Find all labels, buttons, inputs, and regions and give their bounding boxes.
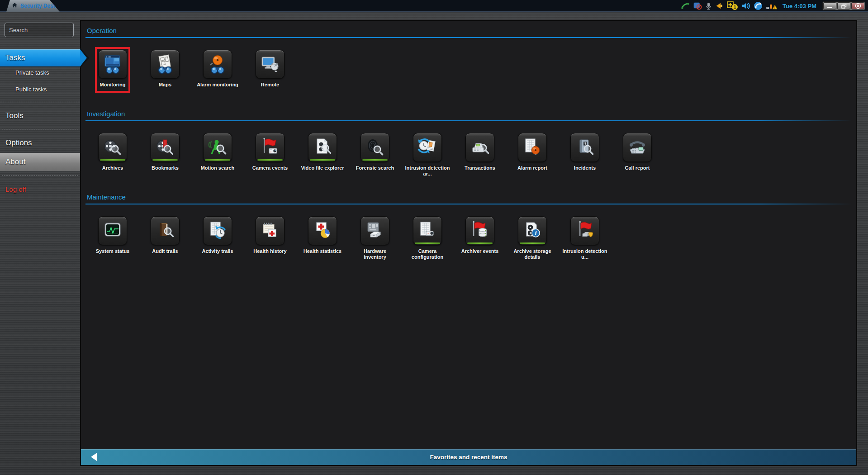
minimize-button[interactable] <box>823 2 836 10</box>
task-intrusion-detection-ar[interactable]: Intrusion detection ar... <box>401 132 454 178</box>
svg-text:i: i <box>535 230 537 237</box>
task-label: Alarm report <box>510 165 555 177</box>
task-hardware-inventory[interactable]: Hardware inventory <box>349 215 401 261</box>
task-motion-search[interactable]: Motion search <box>191 132 244 178</box>
camera-configuration-icon <box>413 216 442 245</box>
volume-icon[interactable] <box>741 2 750 10</box>
archiver-events-icon <box>465 216 494 245</box>
incidents-icon <box>570 133 599 162</box>
task-forensic-search[interactable]: Forensic search <box>349 132 401 178</box>
task-health-history[interactable]: Health history <box>244 215 296 261</box>
microphone-icon[interactable] <box>705 2 712 10</box>
motion-search-icon <box>203 133 232 162</box>
system-tray: 1 ! Tue 4:03 PM <box>681 0 865 12</box>
task-label: Hardware inventory <box>352 248 398 260</box>
video-file-explorer-icon <box>308 133 337 162</box>
security-desk-window: Security Desk 1 <box>0 0 868 475</box>
task-call-report[interactable]: Call report <box>611 132 664 178</box>
task-label: Transactions <box>457 165 503 177</box>
favorites-bar[interactable]: Favorites and recent items <box>81 449 856 465</box>
task-label: Video file explorer <box>300 165 345 177</box>
section-title: Investigation <box>85 110 852 118</box>
forensic-search-icon <box>360 133 389 162</box>
task-label: Health statistics <box>300 248 345 260</box>
task-video-file-explorer[interactable]: Video file explorer <box>296 132 349 178</box>
session-blocked-icon[interactable] <box>693 2 702 10</box>
favorites-bar-label: Favorites and recent items <box>81 449 856 465</box>
task-label: Remote <box>247 82 293 94</box>
task-label: System status <box>90 248 135 260</box>
section-operation: OperationMonitoringMapsAlarm monitoringR… <box>81 21 856 95</box>
activity-trails-icon <box>203 216 232 245</box>
task-remote[interactable]: Remote <box>244 49 296 95</box>
security-desk-tab[interactable]: Security Desk <box>4 0 60 12</box>
task-label: Monitoring <box>90 82 135 94</box>
task-monitoring[interactable]: Monitoring <box>86 49 139 95</box>
task-incidents[interactable]: Incidents <box>559 132 611 178</box>
alarm-report-icon <box>518 133 547 162</box>
sidebar-divider <box>2 176 78 176</box>
alarm-add-icon[interactable]: 1 <box>727 1 738 10</box>
task-camera-configuration[interactable]: Camera configuration <box>401 215 454 261</box>
task-health-statistics[interactable]: Health statistics <box>296 215 349 261</box>
sidebar-item-private-tasks[interactable]: Private tasks <box>0 69 80 76</box>
call-report-icon <box>623 133 652 162</box>
task-activity-trails[interactable]: Activity trails <box>191 215 244 261</box>
task-row: ArchivesBookmarksMotion searchCamera eve… <box>85 121 852 178</box>
task-intrusion-detection-u[interactable]: Intrusion detection u... <box>559 215 611 261</box>
task-label: Alarm monitoring <box>195 82 240 94</box>
network-status-warning-icon[interactable]: ! <box>766 1 778 10</box>
section-title: Maintenance <box>85 193 852 201</box>
section-investigation: InvestigationArchivesBookmarksMotion sea… <box>81 104 856 178</box>
phone-handset-icon[interactable] <box>681 2 690 10</box>
task-label: Activity trails <box>195 248 240 260</box>
horn-icon[interactable] <box>715 2 724 10</box>
app-tab-label: Security Desk <box>20 3 56 9</box>
monitoring-icon <box>98 50 127 79</box>
task-label: Archive storage details <box>510 248 555 260</box>
sidebar-item-tools[interactable]: Tools <box>0 111 80 120</box>
task-label: Incidents <box>562 165 607 177</box>
sidebar-item-tasks[interactable]: Tasks <box>0 49 80 66</box>
alarm-monitoring-icon <box>203 50 232 79</box>
archive-storage-details-icon: i <box>518 216 547 245</box>
audit-trails-icon <box>151 216 180 245</box>
task-bookmarks[interactable]: Bookmarks <box>139 132 191 178</box>
search-input[interactable] <box>5 23 74 37</box>
alarm-badge-count: 1 <box>734 5 736 10</box>
section-title: Operation <box>85 27 852 34</box>
globe-icon[interactable] <box>754 1 763 10</box>
maps-icon <box>151 50 180 79</box>
intrusion-detection-report-icon <box>413 133 442 162</box>
close-button[interactable] <box>851 2 864 10</box>
task-panel: OperationMonitoringMapsAlarm monitoringR… <box>80 20 857 466</box>
sidebar-divider <box>2 129 78 129</box>
task-transactions[interactable]: Transactions <box>454 132 506 178</box>
sidebar-item-options[interactable]: Options <box>0 138 80 147</box>
sidebar: Tasks Private tasks Public tasks Tools O… <box>0 12 80 475</box>
task-camera-events[interactable]: Camera events <box>244 132 296 178</box>
task-label: Intrusion detection u... <box>562 248 607 260</box>
intrusion-detection-unit-icon <box>570 216 599 245</box>
sidebar-item-log-off[interactable]: Log off <box>0 185 80 193</box>
svg-text:!: ! <box>774 6 775 9</box>
task-label: Camera configuration <box>405 248 450 260</box>
task-alarm-monitoring[interactable]: Alarm monitoring <box>191 49 244 95</box>
task-label: Archives <box>90 165 135 177</box>
sidebar-item-public-tasks[interactable]: Public tasks <box>0 86 80 93</box>
task-alarm-report[interactable]: Alarm report <box>506 132 559 178</box>
restore-button[interactable] <box>837 2 850 10</box>
sidebar-item-about[interactable]: About <box>0 153 80 171</box>
task-row: System statusAudit trailsActivity trails… <box>85 204 852 261</box>
task-archive-storage-details[interactable]: iArchive storage details <box>506 215 559 261</box>
transactions-icon <box>465 133 494 162</box>
task-label: Audit trails <box>142 248 188 260</box>
task-label: Motion search <box>195 165 240 177</box>
task-archives[interactable]: Archives <box>86 132 139 178</box>
task-label: Call report <box>615 165 660 177</box>
task-archiver-events[interactable]: Archiver events <box>454 215 506 261</box>
task-system-status[interactable]: System status <box>86 215 139 261</box>
task-maps[interactable]: Maps <box>139 49 191 95</box>
task-audit-trails[interactable]: Audit trails <box>139 215 191 261</box>
section-maintenance: MaintenanceSystem statusAudit trailsActi… <box>81 187 856 261</box>
